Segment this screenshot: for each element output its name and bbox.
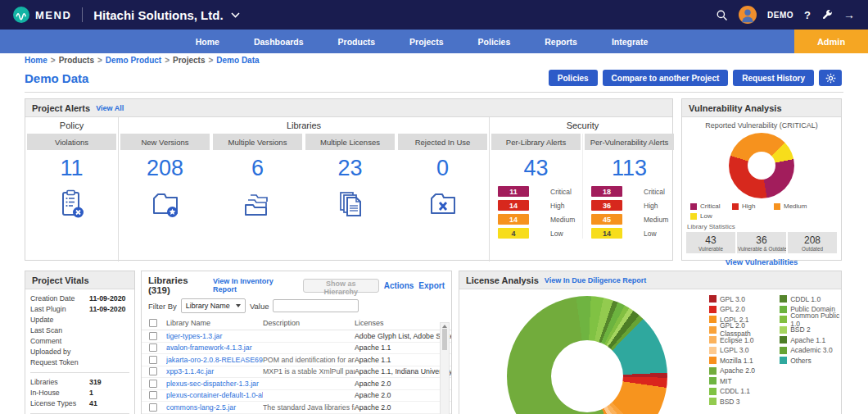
alert-group-label: Libraries [119, 117, 489, 134]
row-checkbox[interactable] [149, 356, 157, 364]
select-all-checkbox[interactable] [149, 319, 157, 327]
row-checkbox[interactable] [149, 403, 157, 412]
nav-item-home[interactable]: Home [196, 37, 219, 47]
table-row[interactable]: jakarta-oro-2.0.8-RELEASE69.jarPOM and i… [142, 354, 451, 366]
column-header-description[interactable]: Description [263, 319, 355, 327]
row-checkbox[interactable] [149, 343, 157, 352]
severity-chip-medium[interactable]: 45 [591, 214, 622, 225]
library-name-link[interactable]: plexus-sec-dispatcher-1.3.jar [166, 380, 263, 388]
scrollbar-thumb[interactable] [442, 329, 447, 350]
nav-item-dashboards[interactable]: Dashboards [254, 37, 304, 47]
library-name-link[interactable]: xpp3-1.1.4c.jar [166, 367, 263, 375]
search-icon[interactable] [716, 9, 728, 21]
clipboard-alert-icon [56, 188, 88, 224]
severity-row: 14High [498, 200, 582, 211]
filter-value-input[interactable] [273, 299, 359, 312]
due-diligence-report-link[interactable]: View In Due Diligence Report [545, 276, 646, 284]
table-row[interactable]: tiger-types-1.3.jarAdobe Glyph List, Ado… [142, 330, 451, 343]
chart-subtitle: Reported Vulnerability (CRITICAL) [682, 121, 841, 130]
actions-button[interactable]: Actions [384, 281, 414, 290]
row-checkbox[interactable] [149, 391, 157, 399]
nav-item-policies[interactable]: Policies [478, 37, 511, 47]
legend-item-gpl-2-0: GPL 2.0 [709, 306, 768, 314]
alert-column-header: Per-Library Alerts [491, 134, 581, 150]
nav-item-reports[interactable]: Reports [545, 37, 577, 47]
severity-chip-medium[interactable]: 14 [498, 214, 529, 225]
stat-label: Outdated [789, 246, 836, 252]
table-row[interactable]: plexus-sec-dispatcher-1.3.jarApache 2.0 [142, 378, 451, 390]
filter-field-select[interactable]: Library Name [181, 298, 246, 313]
legend-label: Critical [700, 202, 720, 210]
severity-row: 45Medium [591, 214, 676, 225]
org-selector[interactable]: Hitachi Solutions, Ltd. [93, 8, 239, 22]
scrollbar-up-icon[interactable] [442, 325, 447, 328]
alert-count[interactable]: 0 [436, 156, 449, 180]
nav-item-projects[interactable]: Projects [409, 37, 443, 47]
alert-count[interactable]: 208 [147, 156, 183, 180]
alert-count[interactable]: 43 [523, 156, 548, 180]
severity-chip-critical[interactable]: 18 [591, 186, 622, 197]
library-name-link[interactable]: plexus-container-default-1.0-alpha-... [166, 391, 263, 399]
severity-chip-low[interactable]: 4 [498, 228, 529, 239]
severity-row: 36High [591, 200, 676, 211]
libraries-header: Libraries (319) View In Inventory Report… [142, 271, 451, 297]
severity-chip-low[interactable]: 14 [591, 228, 622, 239]
view-all-link[interactable]: View All [96, 104, 124, 112]
breadcrumb-item-demo-product[interactable]: Demo Product [106, 56, 161, 65]
wrench-icon[interactable] [821, 9, 833, 20]
view-inventory-report-link[interactable]: View In Inventory Report [213, 277, 293, 293]
table-row[interactable]: plexus-container-default-1.0-alpha-...Ap… [142, 390, 451, 403]
row-checkbox-cell [142, 380, 166, 388]
library-name-link[interactable]: commons-lang-2.5.jar [166, 403, 263, 412]
row-checkbox[interactable] [149, 367, 157, 375]
column-header-licenses[interactable]: Licenses [355, 319, 451, 327]
legend-column-2: CDDL 1.0Public DomainCommon Public 1.0BS… [780, 295, 841, 406]
table-row[interactable]: commons-lang-2.5.jarThe standard Java li… [142, 402, 451, 414]
table-row[interactable]: avalon-framework-4.1.3.jarApache 1.1 [142, 343, 451, 355]
settings-button[interactable] [819, 70, 842, 86]
nav-item-integrate[interactable]: Integrate [612, 37, 648, 47]
severity-row: 14Low [591, 228, 676, 239]
view-vulnerabilities-link[interactable]: View Vulnerabilities [682, 257, 841, 266]
library-description: POM and identification for artifact ... [263, 356, 355, 364]
library-name-link[interactable]: avalon-framework-4.1.3.jar [166, 343, 263, 352]
avatar[interactable] [739, 6, 757, 24]
legend-item-cddl-1-0: CDDL 1.0 [780, 295, 841, 303]
vitals-value [89, 357, 129, 368]
library-name-link[interactable]: tiger-types-1.3.jar [166, 332, 263, 340]
legend-swatch [780, 316, 787, 323]
table-row[interactable]: xpp3-1.1.4c.jarMXP1 is a stable XmlPull … [142, 366, 451, 379]
compare-to-another-project-button[interactable]: Compare to another Project [603, 70, 729, 86]
legend-label: GPL 3.0 [720, 295, 745, 303]
legend-label: Apache 1.1 [790, 336, 825, 344]
help-icon[interactable]: ? [804, 9, 811, 21]
severity-chip-high[interactable]: 36 [591, 200, 622, 211]
breadcrumb-item-demo-data[interactable]: Demo Data [216, 56, 259, 65]
vitals-label: Uploaded by [30, 347, 89, 357]
severity-chip-high[interactable]: 14 [498, 200, 529, 211]
severity-chip-critical[interactable]: 11 [498, 186, 529, 197]
logout-icon[interactable]: → [843, 9, 855, 20]
breadcrumb-item-home[interactable]: Home [25, 56, 47, 65]
legend-swatch [774, 203, 780, 210]
row-checkbox[interactable] [149, 332, 157, 340]
stat-label: Vulnerable & Outdated [738, 246, 785, 252]
admin-button[interactable]: Admin [794, 30, 868, 53]
show-as-hierarchy-button[interactable]: Show as Hierarchy [303, 279, 379, 293]
alert-count[interactable]: 6 [251, 156, 264, 180]
stat-value: 208 [789, 234, 836, 246]
alert-count[interactable]: 113 [612, 156, 647, 180]
stat-vulnerable: 43Vulnerable [686, 232, 735, 253]
request-history-button[interactable]: Request History [733, 70, 814, 86]
row-checkbox[interactable] [149, 380, 157, 388]
alert-count[interactable]: 11 [60, 156, 83, 180]
alert-count[interactable]: 23 [337, 156, 362, 180]
table-scrollbar[interactable] [440, 322, 450, 414]
alert-column-new-versions: New Versions208 [119, 134, 211, 224]
column-header-library-name[interactable]: Library Name [166, 319, 263, 327]
header-divider [25, 92, 843, 93]
library-name-link[interactable]: jakarta-oro-2.0.8-RELEASE69.jar [166, 356, 263, 364]
export-button[interactable]: Export [418, 281, 445, 290]
policies-button[interactable]: Policies [549, 70, 598, 86]
nav-item-products[interactable]: Products [338, 37, 376, 47]
